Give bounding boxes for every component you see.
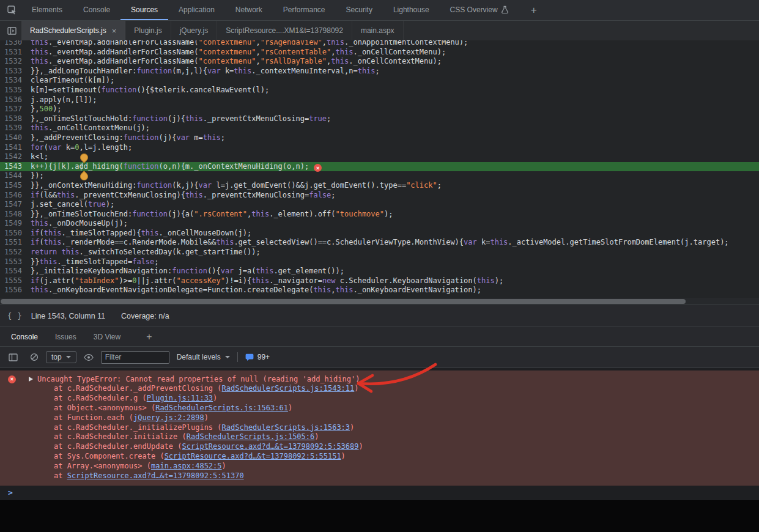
- stack-frame-link[interactable]: ScriptResource.axd?d…&t=13798092:5:55151: [165, 452, 341, 460]
- code-line[interactable]: 1541for(var k=0,l=j.length;: [0, 143, 759, 153]
- line-number[interactable]: 1541: [0, 143, 28, 153]
- line-number[interactable]: 1546: [0, 191, 28, 201]
- stack-frame-link[interactable]: RadSchedulerScripts.js:1563:61: [155, 404, 288, 412]
- tab-css-overview[interactable]: CSS Overview: [440, 0, 519, 20]
- line-number[interactable]: 1533: [0, 67, 28, 76]
- pretty-print-button[interactable]: { }: [7, 312, 23, 320]
- line-number[interactable]: 1534: [0, 76, 28, 86]
- code-line[interactable]: 1544});: [0, 171, 759, 181]
- file-tab-main-aspx[interactable]: main.aspx: [352, 21, 404, 40]
- code-line[interactable]: 1530this._eventMap.addHandlerForClassNam…: [0, 40, 759, 48]
- tab-security[interactable]: Security: [336, 0, 383, 20]
- stack-frame-link[interactable]: main.aspx:4852:5: [151, 462, 222, 470]
- inspect-icon[interactable]: [7, 6, 17, 15]
- line-number[interactable]: 1551: [0, 238, 28, 248]
- expand-triangle-icon[interactable]: [29, 377, 33, 382]
- stack-frame-link[interactable]: jQuery.js:2:2898: [133, 413, 204, 422]
- drawer-tab-3d-view[interactable]: 3D View: [85, 327, 129, 346]
- line-number[interactable]: 1550: [0, 229, 28, 238]
- file-tab-scriptresource-xm1-t-13798092[interactable]: ScriptResource....XM1&t=13798092: [217, 21, 352, 40]
- cursor-position: Line 1543, Column 11: [31, 312, 105, 320]
- code-line[interactable]: 1538},_onTimeSlotTouchHold:function(j){t…: [0, 114, 759, 124]
- code-line[interactable]: 1536j.apply(n,[l]);: [0, 95, 759, 105]
- drawer-tab-console[interactable]: Console: [2, 327, 46, 346]
- tab-lighthouse[interactable]: Lighthouse: [383, 0, 440, 20]
- file-tab-jquery-js[interactable]: jQuery.js: [171, 21, 217, 40]
- code-line[interactable]: 1539this._onCellContextMenu(j);: [0, 124, 759, 133]
- more-drawer-tabs-button[interactable]: +: [146, 331, 152, 342]
- code-line[interactable]: 1535k[m]=setTimeout(function(){$telerik.…: [0, 86, 759, 95]
- code-line[interactable]: 1537},500);: [0, 105, 759, 114]
- tab-network[interactable]: Network: [225, 0, 273, 20]
- code-line[interactable]: 1550if(this._timeSlotTapped){this._onCel…: [0, 229, 759, 238]
- code-line[interactable]: 1545}},_onContextMenuHiding:function(k,j…: [0, 181, 759, 191]
- code-line[interactable]: 1540},_addPreventClosing:function(j){var…: [0, 133, 759, 143]
- stack-frame-link[interactable]: ScriptResource.axd?d…&t=13798092:5:51370: [67, 471, 244, 480]
- code-line[interactable]: 1534clearTimeout(k[m]);: [0, 76, 759, 86]
- line-number[interactable]: 1537: [0, 105, 28, 114]
- code-line[interactable]: 1553}}this._timeSlotTapped=false;: [0, 257, 759, 267]
- context-selector[interactable]: top: [46, 351, 76, 363]
- issues-counter[interactable]: 99+: [245, 353, 270, 361]
- line-number[interactable]: 1539: [0, 124, 28, 133]
- line-number[interactable]: 1532: [0, 57, 28, 67]
- line-number[interactable]: 1531: [0, 48, 28, 57]
- console-filter-input[interactable]: [101, 351, 169, 364]
- line-number[interactable]: 1553: [0, 257, 28, 267]
- line-number[interactable]: 1552: [0, 248, 28, 257]
- code-line[interactable]: 1556this._onKeyboardEventNavigationDeleg…: [0, 286, 759, 295]
- drawer-tab-issues[interactable]: Issues: [46, 327, 85, 346]
- stack-frame-link[interactable]: RadSchedulerScripts.js:1505:6: [187, 432, 315, 441]
- code-line[interactable]: 1555if(j.attr("tabIndex")>=0||j.attr("ac…: [0, 276, 759, 286]
- line-number[interactable]: 1543: [0, 162, 28, 172]
- tab-console[interactable]: Console: [73, 0, 120, 20]
- line-number[interactable]: 1548: [0, 210, 28, 220]
- code-line[interactable]: 1554},_initializeKeyboardNavigation:func…: [0, 267, 759, 276]
- code-line[interactable]: 1543k++){j[k].add_hiding(function(o,n){m…: [0, 162, 759, 172]
- scrollbar-thumb[interactable]: [1, 299, 686, 304]
- line-number[interactable]: 1535: [0, 86, 28, 95]
- toggle-navigator-icon[interactable]: [7, 21, 17, 40]
- code-line[interactable]: 1551if(this._renderMode==c.RenderMode.Mo…: [0, 238, 759, 248]
- line-number[interactable]: 1540: [0, 133, 28, 143]
- file-tab-radschedulerscripts-js[interactable]: RadSchedulerScripts.js×: [21, 21, 125, 40]
- live-expression-eye-icon[interactable]: [84, 354, 94, 361]
- line-number[interactable]: 1544: [0, 171, 28, 181]
- stack-frame-link[interactable]: RadSchedulerScripts.js:1563:3: [222, 423, 350, 432]
- line-number[interactable]: 1549: [0, 219, 28, 229]
- code-line[interactable]: 1546if(l&&this._preventCtxMenuClosing){t…: [0, 191, 759, 201]
- code-line[interactable]: 1549this._onDocMouseUp(j);: [0, 219, 759, 229]
- console-sidebar-icon[interactable]: [9, 353, 18, 362]
- close-tab-icon[interactable]: ×: [112, 26, 117, 35]
- line-number[interactable]: 1547: [0, 200, 28, 210]
- line-number[interactable]: 1545: [0, 181, 28, 191]
- file-tab-plugin-js[interactable]: Plugin.js: [125, 21, 171, 40]
- line-number[interactable]: 1542: [0, 152, 28, 162]
- add-tool-button[interactable]: +: [531, 4, 537, 17]
- clear-console-icon[interactable]: [30, 353, 39, 361]
- line-number[interactable]: 1555: [0, 276, 28, 286]
- code-line[interactable]: 1552return this._switchToSelectedDay(k.g…: [0, 248, 759, 257]
- console-error-message: × Uncaught TypeError: Cannot read proper…: [0, 371, 759, 486]
- code-line[interactable]: 1533}},_addLongTouchHandler:function(m,j…: [0, 67, 759, 76]
- code-line[interactable]: 1548}},_onTimeSlotTouchEnd:function(j){a…: [0, 210, 759, 220]
- line-number[interactable]: 1538: [0, 114, 28, 124]
- tab-performance[interactable]: Performance: [273, 0, 336, 20]
- tab-elements[interactable]: Elements: [21, 0, 73, 20]
- stack-frame-link[interactable]: Plugin.js:11:33: [147, 394, 213, 402]
- line-number[interactable]: 1556: [0, 286, 28, 295]
- line-number[interactable]: 1530: [0, 40, 28, 48]
- console-input[interactable]: [13, 486, 759, 500]
- line-number[interactable]: 1536: [0, 95, 28, 105]
- stack-frame-link[interactable]: ScriptResource.axd?d…&t=13798092:5:53689: [182, 442, 359, 451]
- code-line[interactable]: 1547j.set_cancel(true);: [0, 200, 759, 210]
- stack-frame-link[interactable]: RadSchedulerScripts.js:1543:11: [222, 384, 355, 393]
- code-line[interactable]: 1532this._eventMap.addHandlerForClassNam…: [0, 57, 759, 67]
- code-line[interactable]: 1531this._eventMap.addHandlerForClassNam…: [0, 48, 759, 57]
- tab-application[interactable]: Application: [168, 0, 225, 20]
- log-levels-dropdown[interactable]: Default levels: [177, 353, 230, 361]
- code-line[interactable]: 1542k<l;: [0, 152, 759, 162]
- tab-sources[interactable]: Sources: [120, 0, 168, 20]
- line-number[interactable]: 1554: [0, 267, 28, 276]
- horizontal-scrollbar[interactable]: [0, 298, 759, 305]
